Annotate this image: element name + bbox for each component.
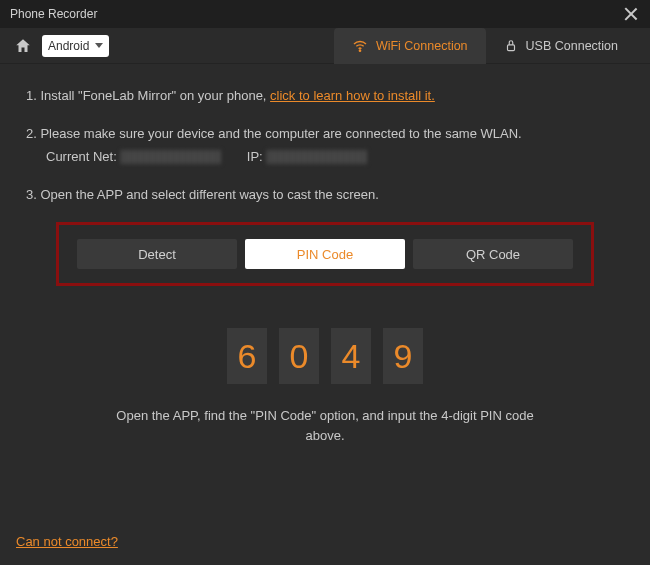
step-1: 1. Install "FoneLab Mirror" on your phon… [26, 86, 624, 106]
svg-rect-1 [507, 44, 514, 50]
pin-digit-3: 4 [331, 328, 371, 384]
pin-hint-text: Open the APP, find the "PIN Code" option… [26, 406, 624, 445]
cannot-connect-link[interactable]: Can not connect? [16, 534, 118, 549]
cast-mode-highlight: Detect PIN Code QR Code [56, 222, 594, 286]
close-icon[interactable] [622, 5, 640, 23]
step-2: 2. Please make sure your device and the … [26, 124, 624, 167]
chevron-down-icon [95, 43, 103, 48]
pin-digit-2: 0 [279, 328, 319, 384]
ip-label: IP: [247, 147, 263, 167]
home-icon[interactable] [14, 37, 32, 55]
step-2-text: 2. Please make sure your device and the … [26, 124, 624, 144]
current-net-value [121, 150, 221, 164]
install-link[interactable]: click to learn how to install it. [270, 88, 435, 103]
step-1-text: 1. Install "FoneLab Mirror" on your phon… [26, 88, 270, 103]
device-dropdown[interactable]: Android [42, 35, 109, 57]
app-title: Phone Recorder [10, 7, 97, 21]
current-net-label: Current Net: [46, 147, 117, 167]
pin-digit-1: 6 [227, 328, 267, 384]
ip-value [267, 150, 367, 164]
pin-digit-4: 9 [383, 328, 423, 384]
tab-usb-label: USB Connection [526, 39, 618, 53]
connection-tabs: WiFi Connection USB Connection [334, 28, 636, 64]
toolbar: Android WiFi Connection USB Connection [0, 28, 650, 64]
titlebar: Phone Recorder [0, 0, 650, 28]
main-content: 1. Install "FoneLab Mirror" on your phon… [0, 64, 650, 445]
segment-pin-code[interactable]: PIN Code [245, 239, 405, 269]
tab-wifi-label: WiFi Connection [376, 39, 468, 53]
step-3: 3. Open the APP and select different way… [26, 185, 624, 205]
pin-code-display: 6 0 4 9 [26, 328, 624, 384]
cast-mode-segments: Detect PIN Code QR Code [77, 239, 573, 269]
device-dropdown-label: Android [48, 39, 89, 53]
segment-qr-code[interactable]: QR Code [413, 239, 573, 269]
tab-usb-connection[interactable]: USB Connection [486, 28, 636, 64]
tab-wifi-connection[interactable]: WiFi Connection [334, 28, 486, 64]
svg-point-0 [359, 50, 360, 51]
step-3-text: 3. Open the APP and select different way… [26, 185, 624, 205]
segment-detect[interactable]: Detect [77, 239, 237, 269]
